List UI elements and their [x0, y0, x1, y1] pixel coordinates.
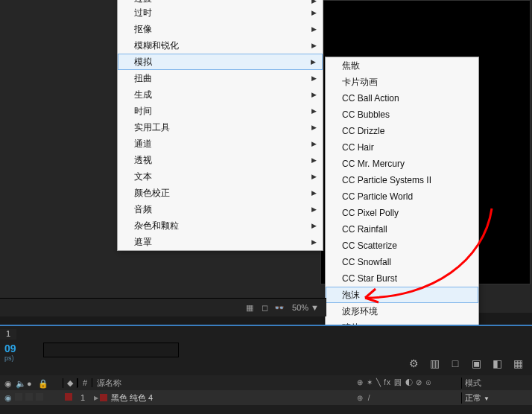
- zoom-dropdown[interactable]: 50% ▼: [289, 303, 322, 312]
- submenu-arrow-icon: ▶: [311, 37, 317, 54]
- menu-item-9[interactable]: 通道▶: [118, 136, 323, 152]
- audio-toggle-icon[interactable]: [15, 393, 22, 401]
- submenu-item-8[interactable]: CC Particle World: [326, 188, 478, 205]
- submenu-arrow-icon: ▶: [311, 119, 317, 136]
- video-toggle-icon[interactable]: ◉: [4, 393, 12, 403]
- submenu-arrow-icon: ▶: [311, 103, 317, 119]
- timeline-column-header: ◉ 🔈 ● 🔒 ◆ # 源名称 ⊕ ✶ ╲ fx 圓 ◐ ⊘ ⊙ 模式: [0, 375, 532, 390]
- menu-item-13[interactable]: 音频▶: [118, 201, 323, 217]
- current-timecode[interactable]: 09: [4, 343, 16, 354]
- layer-index: 1: [76, 393, 89, 402]
- submenu-item-3[interactable]: CC Bubbles: [326, 106, 478, 123]
- graph-icon[interactable]: ▥: [426, 357, 443, 371]
- submenu-item-4[interactable]: CC Drizzle: [326, 123, 478, 139]
- mode-header[interactable]: 模式: [461, 378, 532, 389]
- label-header[interactable]: ◆: [63, 378, 77, 388]
- submenu-arrow-icon: ▶: [311, 234, 317, 250]
- submenu-item-6[interactable]: CC Mr. Mercury: [326, 156, 478, 172]
- switches-header[interactable]: ⊕ ✶ ╲ fx 圓 ◐ ⊘ ⊙: [357, 378, 461, 388]
- mask-toggle-icon[interactable]: ◻: [259, 302, 270, 313]
- fps-label: ps): [4, 354, 14, 362]
- layer-name[interactable]: ▶ 黑色 纯色 4: [89, 392, 357, 404]
- submenu-item-11[interactable]: CC Scatterize: [326, 238, 478, 254]
- submenu-item-5[interactable]: CC Hair: [326, 139, 478, 156]
- glasses-icon[interactable]: 👓: [274, 302, 285, 313]
- submenu-item-13[interactable]: CC Star Burst: [326, 270, 478, 287]
- lock-header-icon[interactable]: 🔒: [38, 379, 46, 387]
- menu-item-8[interactable]: 实用工具▶: [118, 119, 323, 136]
- menu-item-5[interactable]: 扭曲▶: [118, 70, 323, 86]
- submenu-arrow-icon: ▶: [311, 152, 317, 168]
- menu-item-4[interactable]: 模拟▶: [118, 54, 323, 70]
- submenu-arrow-icon: ▶: [311, 168, 317, 185]
- solo-header-icon[interactable]: ●: [27, 379, 35, 387]
- solo-toggle-icon[interactable]: [25, 393, 33, 401]
- layer-row[interactable]: ◉ 1 ▶ 黑色 纯色 4 ⊕ / 正常 ▼: [0, 390, 532, 405]
- effects-category-menu: 过渡▶过时▶抠像▶模糊和锐化▶模拟▶扭曲▶生成▶时间▶实用工具▶通道▶透视▶文本…: [117, 0, 323, 251]
- timeline-right-controls: ⚙ ▥ □ ▣ ◧ ▦: [405, 357, 526, 371]
- misc1-icon[interactable]: ◧: [489, 357, 505, 371]
- menu-item-15[interactable]: 遮罩▶: [118, 234, 323, 250]
- index-header[interactable]: #: [77, 378, 92, 387]
- submenu-item-1[interactable]: 卡片动画: [326, 74, 478, 90]
- submenu-arrow-icon: ▶: [311, 70, 317, 86]
- menu-item-1[interactable]: 过时▶: [118, 4, 323, 21]
- lock-toggle-icon[interactable]: [36, 393, 43, 401]
- av-toggle-header: ◉ 🔈 ● 🔒: [0, 379, 63, 387]
- eye-header-icon[interactable]: ◉: [4, 379, 13, 387]
- box-icon[interactable]: □: [447, 357, 463, 371]
- submenu-arrow-icon: ▶: [311, 136, 317, 152]
- menu-item-6[interactable]: 生成▶: [118, 86, 323, 103]
- submenu-arrow-icon: ▶: [311, 21, 317, 37]
- misc2-icon[interactable]: ▦: [510, 357, 526, 371]
- submenu-arrow-icon: ▶: [311, 201, 317, 217]
- menu-item-14[interactable]: 杂色和颗粒▶: [118, 217, 323, 234]
- menu-item-11[interactable]: 文本▶: [118, 168, 323, 185]
- submenu-arrow-icon: ▶: [311, 86, 317, 103]
- submenu-arrow-icon: ▶: [311, 54, 316, 69]
- submenu-arrow-icon: ▶: [311, 217, 317, 234]
- layer-blend-mode[interactable]: 正常 ▼: [461, 392, 532, 404]
- menu-item-3[interactable]: 模糊和锐化▶: [118, 37, 323, 54]
- submenu-arrow-icon: ▶: [311, 185, 317, 201]
- viewer-footer-bar: ▦ ◻ 👓 50% ▼: [0, 298, 326, 316]
- submenu-item-14[interactable]: 泡沫: [326, 287, 478, 303]
- menu-item-12[interactable]: 颜色校正▶: [118, 185, 323, 201]
- menu-item-10[interactable]: 透视▶: [118, 152, 323, 168]
- solid-swatch-icon: [100, 394, 107, 401]
- speaker-header-icon[interactable]: 🔈: [16, 379, 24, 387]
- source-name-header[interactable]: 源名称: [92, 378, 357, 389]
- submenu-item-7[interactable]: CC Particle Systems II: [326, 172, 478, 188]
- submenu-item-2[interactable]: CC Ball Action: [326, 90, 478, 106]
- submenu-item-0[interactable]: 焦散: [326, 57, 478, 74]
- layer-color-label[interactable]: [63, 393, 76, 402]
- twirl-icon[interactable]: ▶: [94, 395, 98, 401]
- grid-icon[interactable]: ▦: [244, 302, 255, 313]
- shy-icon[interactable]: ▣: [468, 357, 484, 371]
- layer-switches[interactable]: ⊕ /: [357, 394, 461, 402]
- submenu-arrow-icon: ▶: [311, 4, 317, 21]
- timeline-search-area: [43, 343, 179, 357]
- submenu-item-10[interactable]: CC Rainfall: [326, 221, 478, 238]
- search-input-placeholder[interactable]: [43, 343, 179, 357]
- menu-item-2[interactable]: 抠像▶: [118, 21, 323, 37]
- menu-item-7[interactable]: 时间▶: [118, 103, 323, 119]
- timeline-tab-number[interactable]: 1: [0, 329, 16, 340]
- submenu-item-9[interactable]: CC Pixel Polly: [326, 205, 478, 221]
- submenu-item-15[interactable]: 波形环境: [326, 303, 478, 319]
- render-icon[interactable]: ⚙: [405, 357, 422, 371]
- submenu-item-12[interactable]: CC Snowfall: [326, 254, 478, 270]
- simulation-submenu: 焦散卡片动画CC Ball ActionCC BubblesCC Drizzle…: [325, 57, 479, 353]
